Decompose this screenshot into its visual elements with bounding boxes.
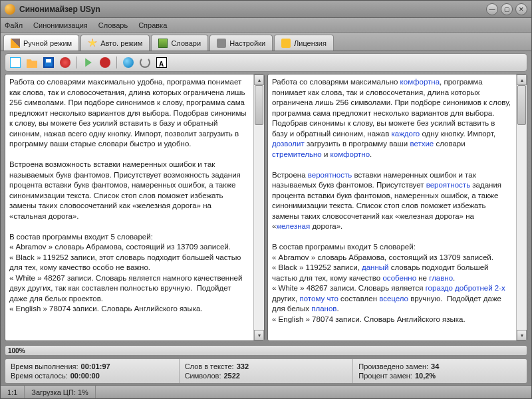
scroll-down-button[interactable]: ▾: [517, 330, 527, 340]
synonym: комфортна: [400, 78, 440, 86]
book-icon: [158, 39, 168, 48]
new-file-icon: [10, 57, 21, 68]
time-elapsed-value: 00:01:97: [81, 362, 110, 370]
scroll-up-button[interactable]: ▴: [517, 74, 527, 85]
menu-synonymization[interactable]: Синонимизация: [33, 21, 88, 29]
scroll-thumb[interactable]: [517, 85, 526, 125]
synonym: главно: [429, 274, 453, 282]
statusbar: 1:1 Загрузка ЦП: 1%: [1, 385, 531, 398]
synonym: особенно: [382, 274, 416, 282]
web-button[interactable]: [121, 55, 136, 70]
synonym: данный: [362, 263, 389, 271]
synonym: железная: [276, 222, 310, 230]
result-text-pane[interactable]: Работа со словарями максимально комфортн…: [267, 74, 527, 341]
synonym: каждого: [391, 130, 420, 138]
font-icon: [156, 57, 167, 68]
replacements-label: Произведено замен:: [358, 362, 428, 370]
percent-value: 10,2%: [415, 372, 436, 380]
refresh-icon: [140, 57, 150, 68]
tab-dictionaries[interactable]: Словари: [151, 35, 208, 51]
stats-panel: Время выполнения: 00:01:97 Время осталос…: [5, 358, 527, 384]
progress-bar: 100%: [5, 345, 527, 356]
folder-open-icon: [27, 57, 37, 68]
cursor-position: 1:1: [1, 386, 25, 398]
scroll-up-button[interactable]: ▴: [254, 74, 264, 85]
tab-strip: Ручной режим Авто. режим Словари Настрой…: [1, 33, 531, 51]
words-label: Слов в тексте:: [185, 362, 234, 370]
synonym: комфортно: [331, 150, 370, 158]
tab-settings[interactable]: Настройки: [209, 35, 273, 51]
stop-icon: [100, 57, 110, 68]
scroll-track[interactable]: [254, 85, 264, 330]
tab-license[interactable]: Лицензия: [274, 35, 334, 51]
source-text-pane[interactable]: Работа со словарями максимально удобна, …: [5, 74, 265, 341]
words-value: 332: [237, 362, 249, 370]
synonym: вероятность: [426, 181, 470, 189]
scroll-down-button[interactable]: ▾: [254, 330, 264, 340]
menu-dictionary[interactable]: Словарь: [98, 21, 128, 29]
menu-file[interactable]: Файл: [5, 21, 23, 29]
separator: [76, 57, 77, 68]
synonym: дозволит: [272, 140, 305, 148]
font-button[interactable]: [154, 55, 169, 70]
save-button[interactable]: [41, 55, 56, 70]
star-icon: [88, 39, 97, 48]
separator: [116, 57, 117, 68]
time-elapsed-label: Время выполнения:: [11, 362, 78, 370]
synonym: стремительно: [272, 150, 322, 158]
source-text[interactable]: Работа со словарями максимально удобна, …: [5, 74, 253, 340]
new-button[interactable]: [8, 55, 23, 70]
replacements-value: 34: [431, 362, 439, 370]
synonym: планов: [311, 305, 336, 313]
scroll-track[interactable]: [517, 85, 527, 330]
open-button[interactable]: [25, 55, 39, 70]
titlebar: Синонимайзер USyn — ▢ ✕: [1, 1, 531, 18]
wrench-icon: [217, 39, 226, 48]
result-text[interactable]: Работа со словарями максимально комфортн…: [268, 74, 516, 340]
close-button[interactable]: ✕: [515, 3, 527, 15]
scrollbar[interactable]: ▴ ▾: [253, 74, 264, 340]
cpu-load: Загрузка ЦП: 1%: [25, 386, 96, 398]
app-icon: [5, 4, 15, 15]
save-icon: [43, 57, 54, 68]
key-icon: [281, 39, 291, 48]
menu-help[interactable]: Справка: [138, 21, 167, 29]
clear-button[interactable]: [58, 55, 72, 70]
synonym: гораздо добротней 2-х: [426, 284, 505, 292]
synonym: ветхие: [410, 140, 434, 148]
tab-manual-mode[interactable]: Ручной режим: [3, 35, 79, 51]
time-remaining-label: Время осталось:: [11, 372, 68, 380]
scroll-thumb[interactable]: [255, 85, 263, 125]
window-title: Синонимайзер USyn: [19, 5, 486, 14]
toolbar: [5, 53, 527, 72]
tab-auto-mode[interactable]: Авто. режим: [80, 35, 150, 51]
stop-button[interactable]: [98, 55, 112, 70]
synonym: потому что: [300, 295, 338, 303]
globe-icon: [123, 57, 134, 68]
minimize-button[interactable]: —: [486, 3, 498, 15]
percent-label: Процент замен:: [358, 372, 412, 380]
maximize-button[interactable]: ▢: [501, 3, 513, 15]
play-icon: [83, 57, 94, 68]
refresh-button[interactable]: [138, 55, 152, 70]
run-button[interactable]: [81, 55, 96, 70]
chars-value: 2522: [223, 372, 239, 380]
scrollbar[interactable]: ▴ ▾: [516, 74, 527, 340]
synonym: вероятность: [308, 171, 352, 179]
chars-label: Символов:: [185, 372, 221, 380]
menubar: Файл Синонимизация Словарь Справка: [1, 18, 531, 33]
time-remaining-value: 00:00:00: [70, 372, 100, 380]
synonym: всецело: [379, 295, 408, 303]
clear-icon: [60, 57, 70, 68]
pencil-icon: [11, 39, 20, 48]
